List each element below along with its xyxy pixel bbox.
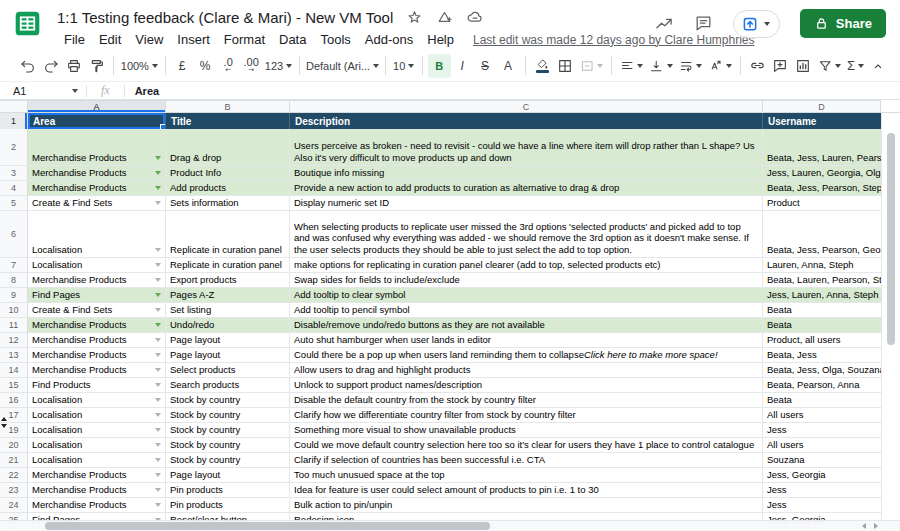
dropdown-arrow-icon[interactable] <box>155 368 161 372</box>
cell-username[interactable]: Product, all users <box>763 333 881 347</box>
bold-button[interactable]: B <box>428 54 451 78</box>
row-number[interactable]: 19 <box>0 423 28 437</box>
cell-title[interactable]: Stock by country <box>166 408 290 422</box>
hidden-row-up-arrow-icon[interactable] <box>1 417 7 421</box>
cell-description[interactable]: Swap sides for fields to include/exclude <box>290 273 763 287</box>
row-number[interactable]: 10 <box>0 303 28 317</box>
hidden-row-down-arrow-icon[interactable] <box>1 424 7 428</box>
cell-description[interactable]: Too much unusued space at the top <box>290 468 763 482</box>
row-number[interactable]: 22 <box>0 468 28 482</box>
dropdown-arrow-icon[interactable] <box>155 293 161 297</box>
cell-area[interactable]: Create & Find Sets <box>28 303 166 317</box>
scroll-left-arrow-icon[interactable] <box>862 523 866 529</box>
cell-title[interactable]: Drag & drop <box>166 129 290 165</box>
cell-title[interactable]: Page layout <box>166 468 290 482</box>
borders-button[interactable] <box>554 54 577 78</box>
dropdown-arrow-icon[interactable] <box>155 263 161 267</box>
row-number[interactable]: 4 <box>0 181 28 195</box>
redo-button[interactable] <box>39 54 62 78</box>
row-number[interactable]: 13 <box>0 348 28 362</box>
cell-username[interactable]: Beata, Jess <box>763 348 881 362</box>
format-percent-button[interactable]: % <box>194 54 217 78</box>
cell-area[interactable]: Localisation <box>28 438 166 452</box>
dropdown-arrow-icon[interactable] <box>155 428 161 432</box>
text-color-button[interactable]: A <box>497 54 520 78</box>
cell-description[interactable]: Display numeric set ID <box>290 196 763 210</box>
vertical-align-button[interactable] <box>646 54 675 78</box>
document-title[interactable]: 1:1 Testing feedback (Clare & Mari) - Ne… <box>57 9 393 26</box>
cell-description[interactable]: Add tooltip to pencil symbol <box>290 303 763 317</box>
share-button[interactable]: Share <box>800 9 886 38</box>
text-wrap-button[interactable] <box>676 54 705 78</box>
cell-username[interactable]: Souzana <box>763 453 881 467</box>
menu-help[interactable]: Help <box>420 31 461 48</box>
cell-username[interactable]: Beata, Pearson, Anna <box>763 378 881 392</box>
cell-area[interactable]: Find Pages <box>28 288 166 302</box>
functions-button[interactable]: Σ <box>844 54 867 78</box>
horizontal-scrollbar-thumb[interactable] <box>45 522 490 530</box>
cell-description[interactable]: Could there be a pop up when users land … <box>290 348 763 362</box>
row-number[interactable]: 14 <box>0 363 28 377</box>
dropdown-arrow-icon[interactable] <box>155 278 161 282</box>
dropdown-arrow-icon[interactable] <box>155 473 161 477</box>
strikethrough-button[interactable]: S <box>474 54 497 78</box>
print-button[interactable] <box>62 54 85 78</box>
row-number[interactable]: 1 <box>0 113 28 129</box>
cell-username[interactable]: Beata, Jess, Lauren, Pearson <box>763 129 881 165</box>
cell-area[interactable]: Merchandise Products <box>28 363 166 377</box>
cell-area[interactable]: Localisation <box>28 453 166 467</box>
create-filter-button[interactable] <box>815 54 844 78</box>
cell-title[interactable]: Page layout <box>166 348 290 362</box>
document-status-cloud-icon[interactable] <box>466 8 484 26</box>
row-number[interactable]: 15 <box>0 378 28 392</box>
cell-area[interactable]: Merchandise Products <box>28 318 166 332</box>
cell-username[interactable]: Beata <box>763 318 881 332</box>
row-number[interactable]: 5 <box>0 196 28 210</box>
cell-area[interactable]: Find Products <box>28 378 166 392</box>
cell-description[interactable]: Unlock to support product names/descript… <box>290 378 763 392</box>
dropdown-arrow-icon[interactable] <box>155 488 161 492</box>
cell-username[interactable]: Beata <box>763 393 881 407</box>
dropdown-arrow-icon[interactable] <box>155 201 161 205</box>
cell-title[interactable]: Page layout <box>166 333 290 347</box>
row-number[interactable]: 2 <box>0 129 28 165</box>
row-number[interactable]: 9 <box>0 288 28 302</box>
cell-title[interactable]: Search products <box>166 378 290 392</box>
cell-title[interactable]: Export products <box>166 273 290 287</box>
dropdown-arrow-icon[interactable] <box>155 156 161 160</box>
cell-description[interactable]: make options for replicating in curation… <box>290 258 763 272</box>
menu-addons[interactable]: Add-ons <box>358 31 420 48</box>
cell-description[interactable]: Bulk action to pin/unpin <box>290 498 763 512</box>
comment-history-icon[interactable] <box>694 14 713 33</box>
name-box[interactable]: A1 <box>0 85 86 97</box>
cell-description[interactable]: Add tooltip to clear symbol <box>290 288 763 302</box>
cell-username[interactable]: Beata, Jess, Olga, Souzana <box>763 363 881 377</box>
column-header-b[interactable]: B <box>166 100 290 113</box>
number-format-button[interactable]: 123 <box>263 54 295 78</box>
paint-format-button[interactable] <box>85 54 108 78</box>
cell-username[interactable]: Product <box>763 196 881 210</box>
cell-area[interactable]: Merchandise Products <box>28 468 166 482</box>
cell-description[interactable]: Something more visual to show unavailabl… <box>290 423 763 437</box>
format-currency-button[interactable]: £ <box>171 54 194 78</box>
cell-description[interactable]: Disable the default country from the sto… <box>290 393 763 407</box>
vertical-scrollbar-thumb[interactable] <box>887 133 895 345</box>
cell-username[interactable]: Beata, Lauren, Pearson, Step <box>763 273 881 287</box>
row-number[interactable]: 21 <box>0 453 28 467</box>
cell-description-header[interactable]: Description <box>290 113 763 129</box>
row-number[interactable]: 8 <box>0 273 28 287</box>
row-number[interactable]: 11 <box>0 318 28 332</box>
row-number[interactable]: 17 <box>0 408 28 422</box>
vertical-scrollbar[interactable] <box>881 113 900 520</box>
cell-title[interactable]: Undo/redo <box>166 318 290 332</box>
cell-title[interactable]: Stock by country <box>166 438 290 452</box>
cell-description[interactable]: When selecting products to replicate use… <box>290 211 763 257</box>
dropdown-arrow-icon[interactable] <box>155 248 161 252</box>
dropdown-arrow-icon[interactable] <box>155 323 161 327</box>
cell-description[interactable]: Clarify how we differentiate country fil… <box>290 408 763 422</box>
cell-title[interactable]: Sets information <box>166 196 290 210</box>
increase-decimal-button[interactable]: .00→ <box>240 54 263 78</box>
row-number[interactable]: 12 <box>0 333 28 347</box>
cell-area[interactable]: Create & Find Sets <box>28 196 166 210</box>
cell-username[interactable]: Jess, Lauren, Georgia, Olga <box>763 166 881 180</box>
